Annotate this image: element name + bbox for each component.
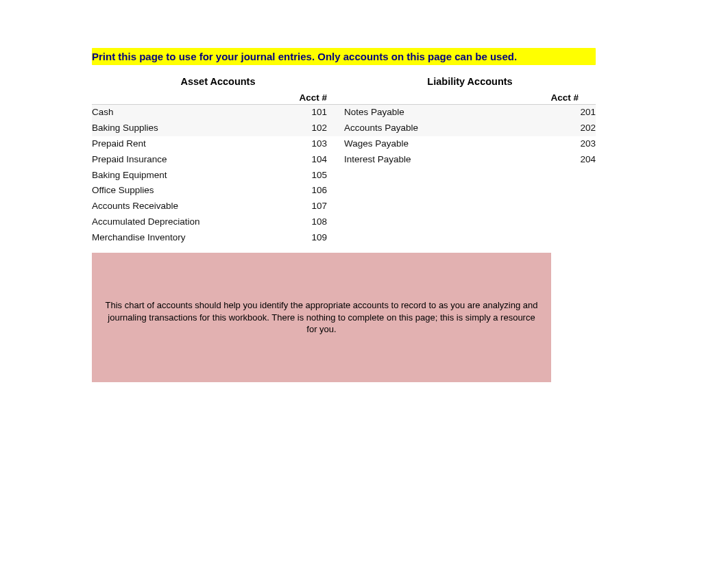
asset-name: Prepaid Rent: [92, 138, 146, 151]
accounts-columns: Asset Accounts Acct # Cash 101 Baking Su…: [92, 76, 596, 246]
liability-row: Wages Payable 203: [344, 136, 596, 152]
asset-heading: Asset Accounts: [92, 76, 344, 87]
liability-accounts-column: Liability Accounts Acct # Notes Payable …: [344, 76, 596, 246]
asset-acct-col-label: Acct #: [299, 92, 344, 103]
liability-row: Notes Payable 201: [344, 105, 596, 121]
liability-num: 203: [580, 138, 596, 151]
asset-row: Accumulated Depreciation 108: [92, 214, 344, 230]
liability-num: 202: [580, 122, 596, 135]
liability-num: 201: [580, 106, 596, 119]
asset-num: 103: [311, 138, 344, 151]
asset-row: Accounts Receivable 107: [92, 199, 344, 214]
instruction-banner: Print this page to use for your journal …: [92, 48, 596, 65]
asset-name: Accumulated Depreciation: [92, 216, 200, 229]
asset-num: 102: [311, 122, 344, 135]
asset-num: 109: [311, 232, 344, 245]
asset-row: Office Supplies 106: [92, 183, 344, 199]
asset-row: Cash 101: [92, 105, 344, 121]
asset-name: Office Supplies: [92, 184, 154, 197]
asset-name: Accounts Receivable: [92, 200, 178, 213]
asset-row: Prepaid Rent 103: [92, 136, 344, 152]
document-page: Print this page to use for your journal …: [92, 48, 596, 382]
asset-num: 105: [311, 169, 344, 182]
asset-num: 108: [311, 216, 344, 229]
note-box: This chart of accounts should help you i…: [92, 253, 551, 382]
asset-num: 101: [311, 106, 344, 119]
asset-subhead-row: Acct #: [92, 91, 344, 105]
liability-subhead-row: Acct #: [344, 91, 596, 105]
liability-num: 204: [580, 153, 596, 166]
asset-name: Cash: [92, 106, 114, 119]
liability-row: Interest Payable 204: [344, 152, 596, 168]
liability-acct-col-label: Acct #: [550, 92, 596, 103]
asset-name: Prepaid Insurance: [92, 153, 167, 166]
asset-accounts-column: Asset Accounts Acct # Cash 101 Baking Su…: [92, 76, 344, 246]
liability-heading: Liability Accounts: [344, 76, 596, 87]
asset-num: 107: [311, 200, 344, 213]
liability-name: Interest Payable: [344, 153, 411, 166]
asset-num: 106: [311, 184, 344, 197]
liability-name: Wages Payable: [344, 138, 409, 151]
asset-name: Merchandise Inventory: [92, 232, 186, 245]
asset-row: Prepaid Insurance 104: [92, 152, 344, 168]
liability-name: Notes Payable: [344, 106, 404, 119]
banner-text: Print this page to use for your journal …: [92, 51, 517, 62]
asset-row: Baking Supplies 102: [92, 121, 344, 136]
asset-row: Baking Equipment 105: [92, 168, 344, 184]
asset-row: Merchandise Inventory 109: [92, 230, 344, 246]
liability-row: Accounts Payable 202: [344, 121, 596, 136]
note-text: This chart of accounts should help you i…: [106, 300, 538, 334]
asset-name: Baking Equipment: [92, 169, 167, 182]
liability-name: Accounts Payable: [344, 122, 418, 135]
asset-num: 104: [311, 153, 344, 166]
asset-name: Baking Supplies: [92, 122, 158, 135]
